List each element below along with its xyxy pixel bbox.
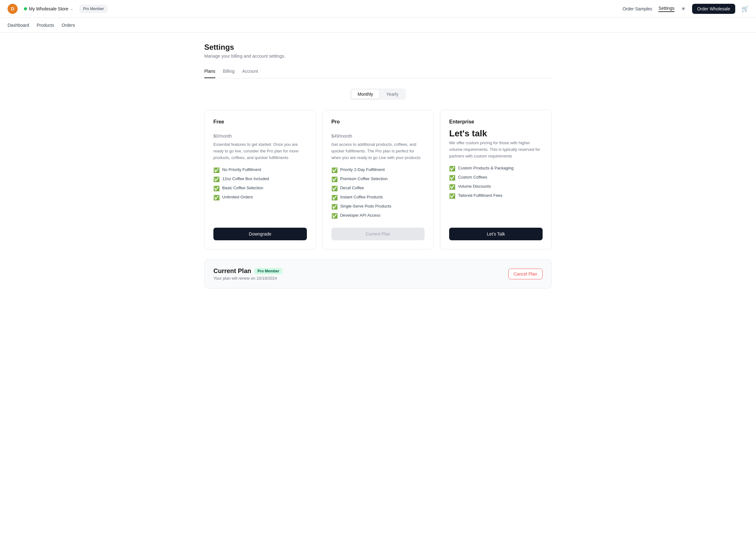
check-icon: ✅: [332, 176, 338, 182]
current-plan-section: Current Plan Pro Member Your plan will r…: [204, 259, 552, 289]
feature-item: ✅Custom Coffees: [449, 175, 543, 181]
check-icon: ✅: [449, 175, 455, 181]
current-plan-info: Current Plan Pro Member Your plan will r…: [213, 267, 282, 281]
lets-talk-button[interactable]: Let's Talk: [449, 228, 543, 240]
feature-item: ✅Custom Products & Packaging: [449, 166, 543, 172]
pro-member-badge: Pro Member: [80, 5, 107, 13]
store-name: My Wholesale Store: [29, 6, 68, 11]
cancel-plan-button[interactable]: Cancel Plan: [508, 268, 543, 279]
nav-orders[interactable]: Orders: [62, 19, 75, 31]
plan-features-pro: ✅Priority 2-Day Fulfillment ✅Premium Cof…: [332, 167, 425, 219]
page-content: Settings Manage your billing and account…: [189, 33, 567, 299]
feature-item: ✅Tailored Fulfillment Fees: [449, 193, 543, 199]
renew-text: Your plan will renew on 10/19/2024: [213, 276, 282, 281]
page-subtitle: Manage your billing and account settings…: [204, 54, 552, 59]
feature-item: ✅Premium Coffee Selection: [332, 176, 425, 182]
header-right: Order Samples Settings ☀ Order Wholesale…: [623, 4, 748, 14]
plan-features-free: ✅No Priority Fulfillment ✅12oz Coffee Bo…: [213, 167, 307, 219]
plan-name-free: Free: [213, 119, 307, 125]
feature-item: ✅Decaf Coffee: [332, 185, 425, 191]
plans-grid: Free $0/month Essential features to get …: [204, 110, 552, 249]
current-plan-title: Current Plan Pro Member: [213, 267, 282, 274]
billing-toggle-group: Monthly Yearly: [350, 88, 406, 100]
store-selector[interactable]: My Wholesale Store ⌄: [21, 5, 76, 13]
order-wholesale-button[interactable]: Order Wholesale: [692, 4, 735, 14]
feature-item: ✅No Priority Fulfillment: [213, 167, 307, 173]
plan-name-pro: Pro: [332, 119, 425, 125]
store-status-dot: [24, 7, 27, 10]
check-icon: ✅: [449, 193, 455, 199]
feature-item: ✅Unlimited Orders: [213, 194, 307, 201]
check-icon: ✅: [449, 184, 455, 190]
check-icon: ✅: [213, 176, 220, 182]
page-title: Settings: [204, 43, 552, 52]
downgrade-button[interactable]: Downgrade: [213, 228, 307, 240]
plan-card-pro: Pro $49/month Get access to additional p…: [322, 110, 434, 249]
plan-card-enterprise: Enterprise Let's talk We offer custom pr…: [440, 110, 552, 249]
chevron-down-icon: ⌄: [70, 7, 73, 11]
check-icon: ✅: [332, 185, 338, 191]
feature-item: ✅Developer API Access: [332, 213, 425, 219]
feature-item: ✅Basic Coffee Selection: [213, 185, 307, 191]
plan-name-enterprise: Enterprise: [449, 119, 543, 125]
plan-price-free: $0/month: [213, 129, 307, 140]
plan-desc-pro: Get access to additional products, coffe…: [332, 141, 425, 161]
toggle-yearly[interactable]: Yearly: [380, 90, 404, 98]
check-icon: ✅: [332, 167, 338, 173]
nav-products[interactable]: Products: [37, 19, 54, 31]
feature-item: ✅Single-Serve Pods Products: [332, 204, 425, 210]
settings-tabs: Plans Billing Account: [204, 69, 552, 78]
main-nav: Dashboard Products Orders: [0, 18, 756, 33]
avatar: D: [8, 4, 18, 14]
feature-item: ✅Volume Discounts: [449, 184, 543, 190]
check-icon: ✅: [213, 185, 220, 191]
tab-plans[interactable]: Plans: [204, 69, 215, 78]
plan-price-pro: $49/month: [332, 129, 425, 140]
feature-item: ✅Priority 2-Day Fulfillment: [332, 167, 425, 173]
tab-account[interactable]: Account: [242, 69, 258, 78]
check-icon: ✅: [332, 194, 338, 201]
plan-features-enterprise: ✅Custom Products & Packaging ✅Custom Cof…: [449, 166, 543, 219]
billing-toggle: Monthly Yearly: [204, 88, 552, 100]
header: D My Wholesale Store ⌄ Pro Member Order …: [0, 0, 756, 18]
feature-item: ✅12oz Coffee Box Included: [213, 176, 307, 182]
check-icon: ✅: [332, 213, 338, 219]
order-samples-link[interactable]: Order Samples: [623, 6, 652, 11]
cart-icon[interactable]: 🛒: [742, 5, 748, 12]
check-icon: ✅: [449, 166, 455, 172]
check-icon: ✅: [213, 194, 220, 201]
current-plan-button: Current Plan: [332, 228, 425, 240]
nav-dashboard[interactable]: Dashboard: [8, 19, 29, 31]
settings-link[interactable]: Settings: [658, 6, 674, 12]
theme-toggle-icon[interactable]: ☀: [681, 5, 686, 12]
check-icon: ✅: [332, 204, 338, 210]
plan-card-free: Free $0/month Essential features to get …: [204, 110, 316, 249]
plan-desc-free: Essential features to get started. Once …: [213, 141, 307, 161]
plan-price-enterprise: Let's talk: [449, 129, 543, 139]
plan-desc-enterprise: We offer custom pricing for those with h…: [449, 140, 543, 159]
check-icon: ✅: [213, 167, 220, 173]
toggle-monthly[interactable]: Monthly: [351, 90, 379, 98]
pro-member-badge: Pro Member: [254, 268, 282, 274]
feature-item: ✅Instant Coffee Products: [332, 194, 425, 201]
tab-billing[interactable]: Billing: [223, 69, 234, 78]
